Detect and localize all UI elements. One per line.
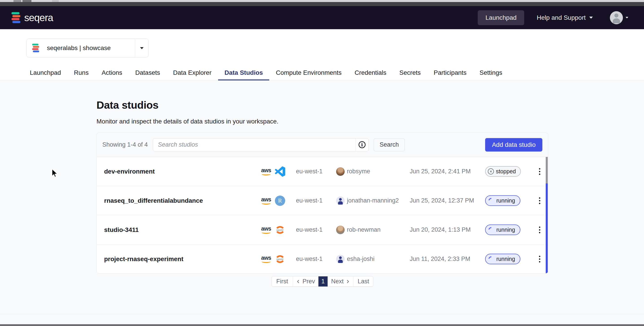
stopped-icon: ✕ [488, 168, 494, 174]
row-menu-button[interactable] [535, 196, 544, 205]
created-date: Jun 25, 2024, 12:37 PM [410, 197, 485, 204]
chevron-down-icon [626, 17, 628, 19]
page-title: Data studios [96, 99, 158, 111]
status-badge-running: running [485, 254, 520, 264]
browser-top-edge [0, 0, 644, 2]
created-date: Jun 20, 2024, 1:13 PM [410, 226, 485, 233]
aws-icon: aws [260, 255, 272, 263]
svg-text:jupyter: jupyter [276, 258, 284, 260]
chevron-right-icon [346, 279, 350, 283]
status-badge-stopped: ✕ stopped [485, 166, 521, 177]
status-badge-running: running [485, 224, 520, 235]
seqera-logo-icon [11, 12, 21, 24]
table-row[interactable]: dev-environment aws eu-west-1 robsyme Ju… [97, 157, 548, 186]
studio-name: project-rnaseq-experiment [97, 255, 260, 263]
user-avatar [336, 255, 345, 263]
pagination: First Prev 1 Next Last [272, 276, 374, 287]
chevron-down-icon [140, 47, 144, 49]
user-avatar [336, 196, 345, 205]
search-info-button[interactable]: i [356, 139, 368, 151]
user-avatar-icon [610, 11, 623, 24]
user-menu[interactable] [610, 11, 628, 24]
jupyter-icon: jupyter [275, 254, 285, 264]
add-data-studio-button[interactable]: Add data studio [485, 138, 542, 152]
workspace-org-icon [32, 44, 39, 53]
workspace-selector-label: seqeralabs | showcase [47, 45, 110, 52]
browser-bottom-edge [0, 324, 644, 326]
studio-name: rnaseq_to_differentialabundance [97, 197, 260, 204]
aws-icon: aws [260, 167, 272, 175]
table-row[interactable]: rnaseq_to_differentialabundance aws R eu… [97, 186, 548, 215]
pagination-next[interactable]: Next [328, 276, 354, 286]
rstudio-icon: R [275, 196, 285, 206]
info-icon: i [358, 141, 366, 148]
tab-secrets[interactable]: Secrets [393, 65, 427, 80]
page-subtitle: Monitor and inspect the details of data … [96, 118, 278, 125]
seqera-logo[interactable]: seqera [11, 12, 53, 24]
studio-name: studio-3411 [97, 226, 260, 233]
showing-count-text: Showing 1-4 of 4 [102, 141, 148, 148]
search-input[interactable] [153, 141, 356, 148]
tab-datasets[interactable]: Datasets [129, 65, 166, 80]
scrollbar-indicator[interactable] [546, 183, 548, 273]
tabs-divider [0, 80, 644, 81]
search-input-group: i [153, 138, 369, 151]
table-toolbar: Showing 1-4 of 4 i Search Add data studi… [97, 133, 548, 157]
studio-name: dev-environment [97, 168, 260, 175]
svg-text:jupyter: jupyter [276, 229, 284, 231]
pagination-last[interactable]: Last [354, 276, 373, 286]
mouse-cursor [50, 168, 59, 180]
region-label: eu-west-1 [296, 197, 336, 204]
workspace-tabs: Launchpad Runs Actions Datasets Data Exp… [0, 65, 644, 80]
aws-icon: aws [260, 197, 272, 205]
tab-data-studios[interactable]: Data Studios [218, 65, 269, 80]
region-label: eu-west-1 [296, 168, 336, 175]
scrollbar-thumb[interactable] [546, 157, 548, 183]
pagination-first[interactable]: First [272, 276, 292, 286]
tab-settings[interactable]: Settings [473, 65, 508, 80]
launchpad-button[interactable]: Launchpad [478, 10, 524, 25]
seqera-logo-text: seqera [24, 12, 53, 23]
user-avatar [336, 167, 345, 176]
browser-edge-mark [22, 0, 32, 2]
workspace-selector[interactable]: seqeralabs | showcase [26, 39, 148, 58]
help-and-support-menu[interactable]: Help and Support [537, 14, 593, 21]
created-date: Jun 11, 2024, 2:33 PM [410, 255, 485, 262]
top-navbar: seqera Launchpad Help and Support [0, 6, 644, 29]
data-studios-table-card: Showing 1-4 of 4 i Search Add data studi… [96, 132, 548, 273]
chevron-left-icon [296, 279, 300, 283]
search-button[interactable]: Search [374, 138, 405, 151]
table-row[interactable]: project-rnaseq-experiment aws jupyter eu… [97, 244, 548, 273]
row-menu-button[interactable] [535, 167, 544, 176]
spinner-icon [488, 226, 494, 233]
user-name: robsyme [347, 168, 370, 175]
pagination-current-page[interactable]: 1 [318, 276, 328, 286]
browser-edge-mark [52, 0, 59, 2]
pagination-prev[interactable]: Prev [292, 276, 318, 286]
table-row[interactable]: studio-3411 aws jupyter eu-west-1 rob-ne… [97, 215, 548, 244]
chevron-down-icon [589, 17, 593, 19]
help-and-support-label: Help and Support [537, 14, 586, 21]
vscode-icon [275, 166, 285, 177]
tab-runs[interactable]: Runs [68, 65, 95, 80]
user-avatar [336, 226, 345, 234]
tab-credentials[interactable]: Credentials [348, 65, 393, 80]
row-menu-button[interactable] [535, 254, 544, 264]
tab-compute-environments[interactable]: Compute Environments [270, 65, 348, 80]
status-badge-running: running [485, 195, 520, 206]
created-date: Jun 25, 2024, 2:41 PM [410, 168, 485, 175]
user-name: esha-joshi [347, 255, 374, 262]
tab-launchpad[interactable]: Launchpad [24, 65, 67, 80]
user-name: rob-newman [347, 226, 380, 233]
user-name: jonathan-manning2 [347, 197, 399, 204]
region-label: eu-west-1 [296, 255, 336, 262]
tab-actions[interactable]: Actions [95, 65, 128, 80]
row-menu-button[interactable] [535, 225, 544, 235]
spinner-icon [488, 197, 494, 204]
tab-participants[interactable]: Participants [428, 65, 473, 80]
spinner-icon [488, 255, 494, 262]
browser-toolbar-edge [0, 2, 644, 6]
tab-data-explorer[interactable]: Data Explorer [167, 65, 218, 80]
browser-edge-mark [14, 0, 21, 2]
workspace-selector-caret[interactable] [135, 39, 148, 57]
